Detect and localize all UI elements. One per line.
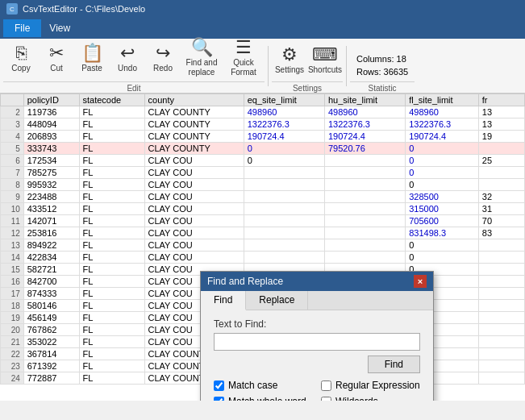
find-input[interactable]	[214, 333, 420, 351]
table-cell[interactable]: 422834	[23, 252, 79, 264]
redo-button[interactable]: ↪ Redo	[145, 35, 181, 80]
table-cell[interactable]: FL	[79, 215, 144, 227]
table-cell[interactable]: 785275	[23, 167, 79, 179]
table-cell[interactable]: FL	[79, 106, 144, 119]
table-cell[interactable]: CLAY COU	[144, 167, 244, 179]
quick-format-button[interactable]: ☰ Quick Format	[223, 35, 265, 80]
table-cell[interactable]	[478, 360, 524, 372]
table-cell[interactable]: 190724.4	[406, 131, 479, 143]
table-cell[interactable]: 315000	[406, 203, 479, 215]
col-header-county[interactable]: county	[144, 94, 244, 106]
table-cell[interactable]: FL	[79, 372, 144, 385]
wildcards-option[interactable]: Wildcards	[321, 396, 420, 401]
table-cell[interactable]: CLAY COUNTY	[144, 106, 244, 119]
table-cell[interactable]	[244, 191, 324, 203]
table-cell[interactable]: 842700	[23, 276, 79, 288]
table-cell[interactable]: CLAY COU	[144, 191, 244, 203]
table-cell[interactable]: 456149	[23, 312, 79, 324]
table-cell[interactable]: FL	[79, 312, 144, 324]
table-cell[interactable]: FL	[79, 252, 144, 264]
table-cell[interactable]	[324, 239, 405, 252]
table-cell[interactable]	[244, 203, 324, 215]
table-cell[interactable]: CLAY COU	[144, 179, 244, 191]
table-cell[interactable]	[478, 372, 524, 385]
table-cell[interactable]	[244, 215, 324, 227]
table-cell[interactable]: CLAY COU	[144, 227, 244, 239]
table-cell[interactable]: 32	[478, 191, 524, 203]
match-whole-word-checkbox[interactable]	[214, 397, 224, 401]
table-cell[interactable]	[324, 215, 405, 227]
table-cell[interactable]: FL	[79, 155, 144, 167]
table-cell[interactable]: 0	[406, 155, 479, 167]
table-cell[interactable]: 995932	[23, 179, 79, 191]
table-cell[interactable]: FL	[79, 264, 144, 276]
table-cell[interactable]	[478, 324, 524, 336]
table-cell[interactable]	[478, 288, 524, 300]
table-cell[interactable]: 0	[406, 239, 479, 252]
table-cell[interactable]: CLAY COU	[144, 239, 244, 252]
table-cell[interactable]: 580146	[23, 300, 79, 312]
table-cell[interactable]: 448094	[23, 119, 79, 131]
find-replace-button[interactable]: 🔍 Find and replace	[181, 35, 223, 80]
col-header-hu[interactable]: hu_site_limit	[324, 94, 405, 106]
table-cell[interactable]: 367814	[23, 348, 79, 360]
table-cell[interactable]	[478, 348, 524, 360]
table-cell[interactable]: 0	[406, 179, 479, 191]
table-cell[interactable]: 142071	[23, 215, 79, 227]
table-cell[interactable]: 25	[478, 155, 524, 167]
table-cell[interactable]	[478, 143, 524, 155]
table-cell[interactable]: FL	[79, 227, 144, 239]
shortcuts-button[interactable]: ⌨ Shortcuts	[307, 38, 343, 80]
table-cell[interactable]: 0	[244, 143, 324, 155]
table-cell[interactable]	[478, 239, 524, 252]
copy-button[interactable]: ⎘ Copy	[3, 35, 39, 80]
table-cell[interactable]	[244, 239, 324, 252]
table-cell[interactable]: 498960	[406, 106, 479, 119]
table-cell[interactable]: 1322376.3	[324, 119, 405, 131]
match-whole-word-option[interactable]: Match whole word	[214, 396, 313, 401]
table-cell[interactable]: CLAY COUNTY	[144, 131, 244, 143]
table-cell[interactable]: 498960	[244, 106, 324, 119]
col-header-policyid[interactable]: policyID	[23, 94, 79, 106]
table-cell[interactable]: 0	[244, 155, 324, 167]
table-cell[interactable]: 70	[478, 215, 524, 227]
table-cell[interactable]: FL	[79, 179, 144, 191]
table-cell[interactable]	[478, 312, 524, 324]
table-cell[interactable]	[324, 179, 405, 191]
match-case-checkbox[interactable]	[214, 380, 224, 391]
regular-expression-checkbox[interactable]	[321, 380, 331, 391]
table-cell[interactable]: 831498.3	[406, 227, 479, 239]
table-cell[interactable]	[478, 167, 524, 179]
table-cell[interactable]	[324, 167, 405, 179]
table-cell[interactable]: 223488	[23, 191, 79, 203]
table-cell[interactable]: 894922	[23, 239, 79, 252]
table-cell[interactable]: 0	[406, 167, 479, 179]
table-cell[interactable]: 1322376.3	[406, 119, 479, 131]
col-header-statecode[interactable]: statecode	[79, 94, 144, 106]
table-cell[interactable]	[244, 227, 324, 239]
tab-find[interactable]: Find	[201, 291, 246, 310]
table-cell[interactable]: 172534	[23, 155, 79, 167]
table-cell[interactable]: CLAY COUNTY	[144, 119, 244, 131]
table-cell[interactable]	[478, 264, 524, 276]
table-cell[interactable]	[244, 167, 324, 179]
table-cell[interactable]: 13	[478, 119, 524, 131]
table-cell[interactable]: FL	[79, 119, 144, 131]
table-cell[interactable]: CLAY COU	[144, 203, 244, 215]
table-cell[interactable]: 253816	[23, 227, 79, 239]
table-cell[interactable]: 582721	[23, 264, 79, 276]
dialog-close-button[interactable]: ×	[414, 275, 427, 288]
table-cell[interactable]: 705600	[406, 215, 479, 227]
table-cell[interactable]: CLAY COUNTY	[144, 143, 244, 155]
table-cell[interactable]: FL	[79, 239, 144, 252]
table-cell[interactable]	[324, 252, 405, 264]
col-header-fl[interactable]: fl_site_limit	[406, 94, 479, 106]
paste-button[interactable]: 📋 Paste	[74, 35, 110, 80]
table-cell[interactable]: CLAY COU	[144, 215, 244, 227]
table-cell[interactable]: 498960	[324, 106, 405, 119]
table-cell[interactable]: 206893	[23, 131, 79, 143]
table-cell[interactable]: 31	[478, 203, 524, 215]
table-cell[interactable]: 119736	[23, 106, 79, 119]
table-cell[interactable]: 333743	[23, 143, 79, 155]
table-cell[interactable]	[324, 227, 405, 239]
